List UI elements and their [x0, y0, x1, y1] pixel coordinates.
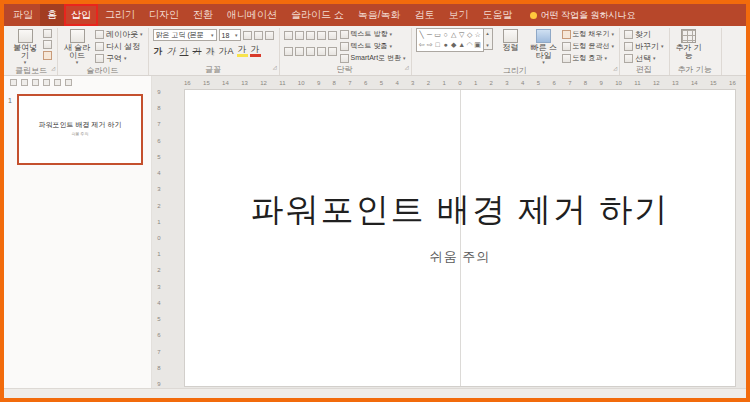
- slide[interactable]: 파워포인트 배경 제거 하기 쉬움 주의: [184, 89, 736, 387]
- align-center-button[interactable]: [295, 47, 304, 56]
- tell-me-box[interactable]: 어떤 작업을 원하시나요: [530, 4, 636, 26]
- tab-insert[interactable]: 삽입: [64, 4, 98, 26]
- text-direction-button[interactable]: 텍스트 방향 ▾: [340, 29, 406, 39]
- shape-item-8[interactable]: ⇦: [418, 40, 426, 50]
- tab-animations[interactable]: 애니메이션: [220, 4, 284, 26]
- arrange-button[interactable]: 정렬: [496, 28, 526, 52]
- quick-styles-button[interactable]: 빠른 스타일 ▾: [529, 28, 559, 65]
- shape-item-1[interactable]: ─: [426, 30, 434, 40]
- underline-button[interactable]: 가: [179, 45, 190, 57]
- shape-item-2[interactable]: ▭: [434, 30, 442, 40]
- select-button[interactable]: 선택 ▾: [624, 53, 664, 63]
- shape-item-0[interactable]: ╲: [418, 30, 426, 40]
- tab-review[interactable]: 검토: [408, 4, 442, 26]
- character-spacing-button[interactable]: 가A: [218, 45, 235, 57]
- align-left-button[interactable]: [284, 47, 293, 56]
- shape-item-9[interactable]: ⇨: [426, 40, 434, 50]
- print-button[interactable]: [54, 79, 61, 86]
- smartart-caret-icon: ▾: [403, 56, 406, 61]
- cut-button[interactable]: [43, 29, 52, 38]
- shape-item-7[interactable]: ☆: [474, 30, 482, 40]
- shapes-scroll-down-icon[interactable]: ▾: [486, 42, 489, 48]
- shape-item-6[interactable]: ◇: [466, 30, 474, 40]
- slide-thumbnail-panel[interactable]: 1 파워포인트 배경 제거 하기 쉬움 주의: [4, 89, 152, 388]
- strikethrough-button[interactable]: 가: [192, 45, 203, 57]
- tab-home[interactable]: 홈: [40, 4, 64, 26]
- vertical-ruler[interactable]: 9876543210123456789: [152, 89, 166, 388]
- ruler-number: 4: [157, 300, 160, 306]
- save-button[interactable]: [10, 79, 17, 86]
- bullets-button[interactable]: [284, 31, 293, 40]
- tab-file[interactable]: 파일: [6, 4, 40, 26]
- shape-item-15[interactable]: ▣: [474, 40, 482, 50]
- shape-item-13[interactable]: ▲: [458, 40, 466, 50]
- section-button[interactable]: 구역 ▾: [95, 53, 143, 63]
- slide-thumbnail[interactable]: 파워포인트 배경 제거 하기 쉬움 주의: [17, 94, 143, 165]
- find-button[interactable]: 찾기: [624, 29, 664, 39]
- decrease-indent-button[interactable]: [306, 31, 315, 40]
- format-painter-button[interactable]: [43, 51, 52, 60]
- numbering-button[interactable]: [295, 31, 304, 40]
- ruler-number: 6: [552, 80, 555, 86]
- shape-item-5[interactable]: ▽: [458, 30, 466, 40]
- shape-item-4[interactable]: △: [450, 30, 458, 40]
- shape-item-14[interactable]: ◠: [466, 40, 474, 50]
- shape-item-3[interactable]: ○: [442, 30, 450, 40]
- copy-button[interactable]: [43, 40, 52, 49]
- align-right-button[interactable]: [306, 47, 315, 56]
- shape-effects-button[interactable]: 도형 효과 ▾: [562, 53, 614, 63]
- font-size-select[interactable]: 18 ▾: [219, 29, 241, 41]
- convert-to-smartart-button[interactable]: SmartArt로 변환 ▾: [340, 53, 406, 63]
- increase-font-size-button[interactable]: [243, 31, 252, 40]
- clear-formatting-button[interactable]: [265, 31, 274, 40]
- paragraph-dialog-launcher-icon[interactable]: ◿: [405, 62, 409, 73]
- shape-fill-button[interactable]: 도형 채우기 ▾: [562, 29, 614, 39]
- shapes-gallery-scrollbar[interactable]: ▴ ▾: [484, 28, 493, 50]
- justify-button[interactable]: [317, 47, 326, 56]
- line-spacing-button[interactable]: [328, 31, 337, 40]
- shape-item-10[interactable]: □: [434, 40, 442, 50]
- new-slide-button[interactable]: 새 슬라이드 ▾: [62, 28, 92, 65]
- add-ins-button[interactable]: 추가 기능: [674, 28, 704, 60]
- columns-button[interactable]: [328, 47, 337, 56]
- italic-button[interactable]: 가: [166, 45, 177, 57]
- slide-subtitle[interactable]: 쉬움 주의: [185, 248, 735, 266]
- undo-button[interactable]: [21, 79, 28, 86]
- replace-caret-icon: ▾: [661, 44, 664, 49]
- decrease-font-size-button[interactable]: [254, 31, 263, 40]
- reset-button[interactable]: 다시 설정: [95, 41, 143, 51]
- ruler-number: 13: [241, 80, 248, 86]
- shape-item-11[interactable]: ●: [442, 40, 450, 50]
- tab-slideshow[interactable]: 슬라이드 쇼: [284, 4, 351, 26]
- tab-view[interactable]: 보기: [442, 4, 476, 26]
- horizontal-ruler[interactable]: 1615141312111098765432101234567891011121…: [166, 76, 746, 89]
- highlight-color-button[interactable]: 가: [237, 45, 248, 57]
- slide-canvas[interactable]: 파워포인트 배경 제거 하기 쉬움 주의: [166, 89, 746, 388]
- ruler-number: 11: [279, 80, 285, 86]
- tab-recording[interactable]: 녹음/녹화: [351, 4, 408, 26]
- slide-title[interactable]: 파워포인트 배경 제거 하기: [185, 188, 735, 233]
- drawing-dialog-launcher-icon[interactable]: ◿: [613, 63, 617, 74]
- tab-draw[interactable]: 그리기: [98, 4, 142, 26]
- font-name-select[interactable]: 맑은 고딕 (본문 ▾: [153, 29, 217, 41]
- shape-outline-button[interactable]: 도형 윤곽선 ▾: [562, 41, 614, 51]
- start-slideshow-button[interactable]: [43, 79, 50, 86]
- tab-help[interactable]: 도움말: [476, 4, 520, 26]
- customize-quick-access-button[interactable]: [65, 79, 72, 86]
- text-shadow-button[interactable]: 가: [205, 45, 216, 57]
- tab-transitions[interactable]: 전환: [186, 4, 220, 26]
- increase-indent-button[interactable]: [317, 31, 326, 40]
- font-dialog-launcher-icon[interactable]: ◿: [273, 62, 277, 73]
- font-color-button[interactable]: 가: [250, 45, 261, 57]
- shapes-scroll-up-icon[interactable]: ▴: [486, 30, 489, 36]
- redo-button[interactable]: [32, 79, 39, 86]
- align-text-button[interactable]: 텍스트 맞춤 ▾: [340, 41, 406, 51]
- bold-button[interactable]: 가: [153, 45, 164, 57]
- section-caret-icon: ▾: [124, 56, 127, 61]
- layout-button[interactable]: 레이아웃 ▾: [95, 29, 143, 39]
- clipboard-dialog-launcher-icon[interactable]: ◿: [51, 63, 55, 74]
- paste-button[interactable]: 붙여넣기 ▾: [10, 28, 40, 65]
- replace-button[interactable]: 바꾸기 ▾: [624, 41, 664, 51]
- shape-item-12[interactable]: ◆: [450, 40, 458, 50]
- tab-design[interactable]: 디자인: [142, 4, 186, 26]
